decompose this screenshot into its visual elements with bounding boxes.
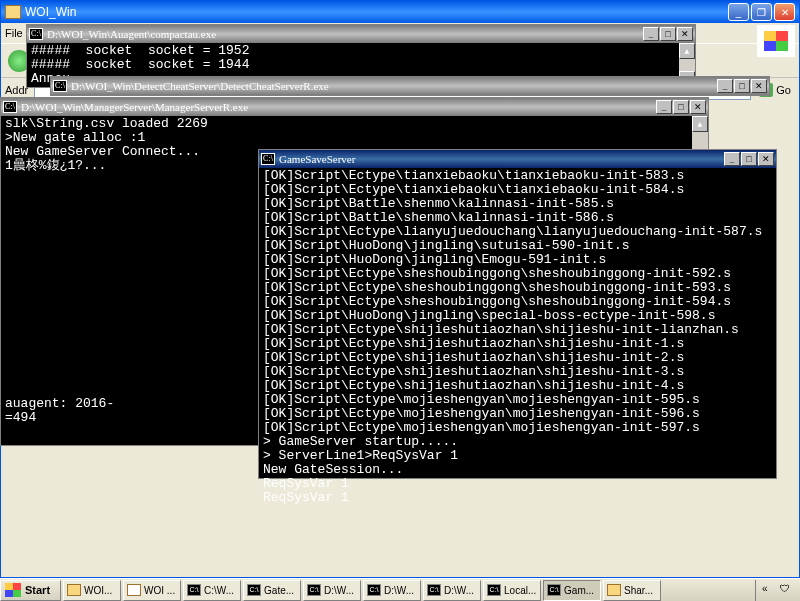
- close-button[interactable]: ✕: [758, 152, 774, 166]
- maximize-button[interactable]: □: [673, 100, 689, 114]
- taskbar-item-label: Shar...: [624, 585, 653, 596]
- taskbar-item[interactable]: C:\Local...: [483, 580, 541, 601]
- cmd-icon: C:\: [53, 80, 67, 92]
- windows-flag-icon: [5, 583, 21, 597]
- minimize-button[interactable]: _: [656, 100, 672, 114]
- cmd-icon: C:\: [3, 101, 17, 113]
- cmd-icon: C:\: [307, 584, 321, 596]
- notepad-icon: [127, 584, 141, 596]
- cmd-icon: C:\: [261, 153, 275, 165]
- tray-icon[interactable]: 🛡: [780, 583, 794, 597]
- console-titlebar[interactable]: C:\ D:\WOI_Win\Auagent\compactau.exe _ □…: [27, 25, 695, 43]
- maximize-button[interactable]: □: [741, 152, 757, 166]
- taskbar-item-label: WOI ...: [144, 585, 175, 596]
- explorer-titlebar[interactable]: WOI_Win _ ❐ ✕: [1, 1, 799, 23]
- minimize-button[interactable]: _: [728, 3, 749, 21]
- taskbar-item-label: D:\W...: [384, 585, 414, 596]
- cmd-icon: C:\: [247, 584, 261, 596]
- explorer-title: WOI_Win: [25, 5, 728, 19]
- console-title: D:\WOI_Win\DetectCheatServer\DetectCheat…: [71, 80, 717, 92]
- close-button[interactable]: ✕: [677, 27, 693, 41]
- cmd-icon: C:\: [187, 584, 201, 596]
- folder-icon: [5, 5, 21, 19]
- minimize-button[interactable]: _: [717, 79, 733, 93]
- folder-icon: [67, 584, 81, 596]
- console-titlebar[interactable]: C:\ GameSaveServer _ □ ✕: [259, 150, 776, 168]
- taskbar-item-label: D:\W...: [324, 585, 354, 596]
- folder-icon: [607, 584, 621, 596]
- cmd-icon: C:\: [427, 584, 441, 596]
- cmd-icon: C:\: [367, 584, 381, 596]
- console-title: D:\WOI_Win\ManagerServer\ManagerServerR.…: [21, 101, 656, 113]
- maximize-button[interactable]: □: [734, 79, 750, 93]
- maximize-button[interactable]: ❐: [751, 3, 772, 21]
- cmd-icon: C:\: [547, 584, 561, 596]
- console-titlebar[interactable]: C:\ D:\WOI_Win\ManagerServer\ManagerServ…: [1, 98, 708, 116]
- console-output: [OK]Script\Ectype\tianxiebaoku\tianxieba…: [259, 168, 776, 506]
- system-tray[interactable]: « 🛡: [755, 580, 800, 601]
- taskbar-item[interactable]: WOI ...: [123, 580, 181, 601]
- cmd-icon: C:\: [487, 584, 501, 596]
- scroll-up-icon[interactable]: ▲: [679, 43, 695, 59]
- taskbar-item[interactable]: Shar...: [603, 580, 661, 601]
- taskbar-item[interactable]: C:\Gate...: [243, 580, 301, 601]
- taskbar: Start WOI...WOI ...C:\C:\W...C:\Gate...C…: [0, 578, 800, 601]
- close-button[interactable]: ✕: [751, 79, 767, 93]
- console-title: GameSaveServer: [279, 153, 724, 165]
- start-label: Start: [25, 584, 50, 596]
- scroll-up-icon[interactable]: ▲: [692, 116, 708, 132]
- tray-expand-icon[interactable]: «: [762, 583, 776, 597]
- taskbar-item-label: WOI...: [84, 585, 112, 596]
- maximize-button[interactable]: □: [660, 27, 676, 41]
- taskbar-item-label: Gate...: [264, 585, 294, 596]
- address-label: Addr: [5, 84, 28, 96]
- cmd-icon: C:\: [29, 28, 43, 40]
- windows-logo: [757, 25, 795, 57]
- taskbar-item-label: C:\W...: [204, 585, 234, 596]
- taskbar-item[interactable]: C:\D:\W...: [303, 580, 361, 601]
- taskbar-item-label: D:\W...: [444, 585, 474, 596]
- console-titlebar[interactable]: C:\ D:\WOI_Win\DetectCheatServer\DetectC…: [51, 77, 769, 95]
- taskbar-item-label: Local...: [504, 585, 536, 596]
- close-button[interactable]: ✕: [690, 100, 706, 114]
- console-detectcheat: C:\ D:\WOI_Win\DetectCheatServer\DetectC…: [50, 76, 770, 96]
- flag-icon: [764, 31, 788, 51]
- minimize-button[interactable]: _: [724, 152, 740, 166]
- taskbar-item[interactable]: C:\D:\W...: [423, 580, 481, 601]
- close-button[interactable]: ✕: [774, 3, 795, 21]
- taskbar-item[interactable]: WOI...: [63, 580, 121, 601]
- minimize-button[interactable]: _: [643, 27, 659, 41]
- start-button[interactable]: Start: [0, 580, 61, 601]
- taskbar-item-label: Gam...: [564, 585, 594, 596]
- taskbar-item[interactable]: C:\C:\W...: [183, 580, 241, 601]
- console-gamesaveserver: C:\ GameSaveServer _ □ ✕ [OK]Script\Ecty…: [258, 149, 777, 479]
- taskbar-item[interactable]: C:\Gam...: [543, 580, 601, 601]
- taskbar-item[interactable]: C:\D:\W...: [363, 580, 421, 601]
- console-title: D:\WOI_Win\Auagent\compactau.exe: [47, 28, 643, 40]
- menu-file[interactable]: File: [5, 27, 23, 39]
